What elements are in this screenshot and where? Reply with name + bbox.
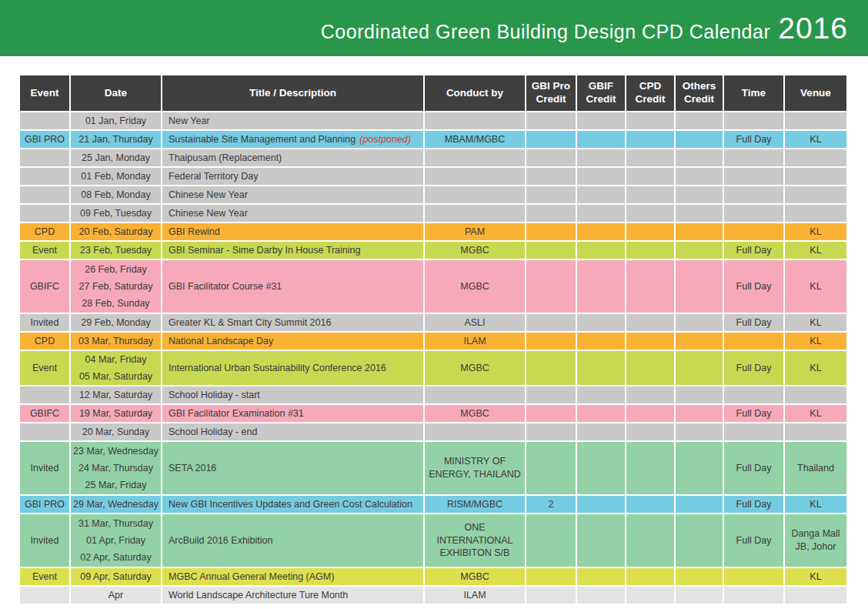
- cell-others-credit: [676, 149, 723, 166]
- cell-gbi-pro-credit: [526, 223, 576, 240]
- cell-event-type: CPD: [20, 223, 69, 240]
- cell-title: GBI Seminar - Sime Darby In House Traini…: [162, 242, 423, 259]
- cell-event-type: Event: [20, 351, 69, 385]
- cell-venue: KL: [785, 496, 846, 513]
- cell-time: Full Day: [724, 260, 783, 313]
- cell-cpd-credit: [626, 568, 674, 585]
- cell-others-credit: [676, 351, 723, 385]
- cell-date: 12 Mar, Saturday: [71, 386, 161, 403]
- cell-gbif-credit: [577, 587, 625, 604]
- cell-venue: KL: [785, 568, 846, 585]
- cell-gbi-pro-credit: [526, 131, 576, 148]
- cell-title: World Landscape Architecture Ture Month: [162, 587, 423, 604]
- date-line: 23 Feb, Tuesday: [80, 242, 152, 259]
- banner: Coordinated Green Building Design CPD Ca…: [0, 0, 868, 56]
- event-title: MGBC Annual General Meeting (AGM): [169, 571, 334, 584]
- cell-event-type: [20, 186, 69, 203]
- cell-gbi-pro-credit: [526, 260, 576, 313]
- cell-conduct-by: MGBC: [425, 242, 525, 259]
- event-title: International Urban Sustainability Confe…: [169, 362, 386, 375]
- cell-others-credit: [676, 205, 723, 222]
- date-line: 01 Jan, Friday: [85, 112, 146, 129]
- date-line: Apr: [108, 587, 123, 604]
- cell-time: [724, 168, 783, 185]
- cell-others-credit: [676, 587, 723, 604]
- date-line: 05 Mar, Saturday: [79, 368, 152, 385]
- date-line: 21 Jan, Thursday: [78, 131, 152, 148]
- cell-gbif-credit: [577, 423, 625, 440]
- column-header-cpd: CPD Credit: [626, 75, 674, 111]
- cell-title: MGBC Annual General Meeting (AGM): [162, 568, 423, 585]
- cell-gbi-pro-credit: [526, 112, 576, 129]
- cell-conduct-by: [425, 205, 525, 222]
- cell-gbif-credit: [577, 131, 625, 148]
- page-title-text: Coordinated Green Building Design CPD Ca…: [321, 21, 770, 43]
- cell-gbi-pro-credit: [526, 568, 576, 585]
- cell-gbif-credit: [577, 568, 625, 585]
- date-line: 09 Apr, Saturday: [80, 568, 151, 585]
- cell-others-credit: [676, 423, 723, 440]
- date-line: 20 Feb, Saturday: [79, 223, 153, 240]
- cell-conduct-by: ILAM: [425, 333, 525, 350]
- date-line: 01 Feb, Monday: [81, 168, 150, 185]
- cell-date: 29 Mar, Wednesday: [71, 496, 161, 513]
- cell-event-type: GBI PRO: [20, 496, 69, 513]
- cell-others-credit: [676, 568, 723, 585]
- cell-others-credit: [676, 112, 723, 129]
- date-line: 08 Feb, Monday: [81, 186, 150, 203]
- cell-title: ArcBuild 2016 Exhibition: [162, 514, 423, 567]
- cell-gbif-credit: [577, 333, 625, 350]
- cell-gbi-pro-credit: [526, 186, 576, 203]
- cell-event-type: [20, 112, 69, 129]
- cell-conduct-by: ONE INTERNATIONAL EXHIBITON S/B: [425, 514, 525, 567]
- cell-gbif-credit: [577, 186, 625, 203]
- cell-conduct-by: [425, 386, 525, 403]
- cell-time: [724, 386, 783, 403]
- cell-title: SETA 2016: [162, 442, 423, 494]
- date-line: 20 Mar, Sunday: [82, 423, 150, 440]
- cell-time: [724, 423, 783, 440]
- cell-cpd-credit: [626, 314, 674, 331]
- date-line: 27 Feb, Saturday: [79, 278, 153, 295]
- cell-gbif-credit: [577, 260, 625, 313]
- column-header-gbi_pro: GBI Pro Credit: [526, 75, 576, 111]
- date-line: 23 Mar, Wednesday: [73, 443, 159, 460]
- cell-date: 26 Feb, Friday27 Feb, Saturday28 Feb, Su…: [71, 260, 161, 313]
- event-title: National Landscape Day: [169, 335, 273, 348]
- cell-title: Sustainable Site Management and Planning…: [162, 131, 423, 148]
- cell-date: 01 Feb, Monday: [71, 168, 161, 185]
- cell-title: GBI Rewind: [162, 223, 423, 240]
- cell-event-type: [20, 423, 69, 440]
- cell-others-credit: [676, 314, 723, 331]
- event-title: Thaipusam (Replacement): [169, 152, 282, 165]
- cell-conduct-by: [425, 149, 525, 166]
- event-title: GBI Facilitator Examination #31: [169, 407, 304, 420]
- cell-gbi-pro-credit: [526, 423, 576, 440]
- cell-time: Full Day: [724, 351, 783, 385]
- cell-conduct-by: MGBC: [425, 260, 525, 313]
- cell-date: 01 Jan, Friday: [71, 112, 161, 129]
- cell-venue: [785, 587, 846, 604]
- cell-event-type: [20, 149, 69, 166]
- cell-cpd-credit: [626, 333, 674, 350]
- column-header-title: Title / Description: [162, 75, 423, 111]
- cell-time: [724, 186, 783, 203]
- cell-venue: Danga Mall JB, Johor: [785, 514, 846, 567]
- cell-others-credit: [676, 496, 723, 513]
- cell-cpd-credit: [626, 205, 674, 222]
- cell-title: International Urban Sustainability Confe…: [162, 351, 423, 385]
- cell-date: 23 Feb, Tuesday: [71, 242, 161, 259]
- cell-event-type: Event: [20, 242, 69, 259]
- event-title: SETA 2016: [169, 462, 216, 475]
- calendar-table-wrap: EventDateTitle / DescriptionConduct byGB…: [20, 75, 868, 604]
- cell-title: New Year: [162, 112, 423, 129]
- cell-event-type: Invited: [20, 514, 69, 567]
- cell-time: Full Day: [724, 514, 783, 567]
- cell-time: [724, 223, 783, 240]
- cell-cpd-credit: [626, 223, 674, 240]
- cell-others-credit: [676, 223, 723, 240]
- cell-others-credit: [676, 186, 723, 203]
- event-title: ArcBuild 2016 Exhibition: [169, 534, 273, 547]
- calendar-table: EventDateTitle / DescriptionConduct byGB…: [20, 75, 846, 604]
- cell-date: 03 Mar, Thursday: [71, 333, 161, 350]
